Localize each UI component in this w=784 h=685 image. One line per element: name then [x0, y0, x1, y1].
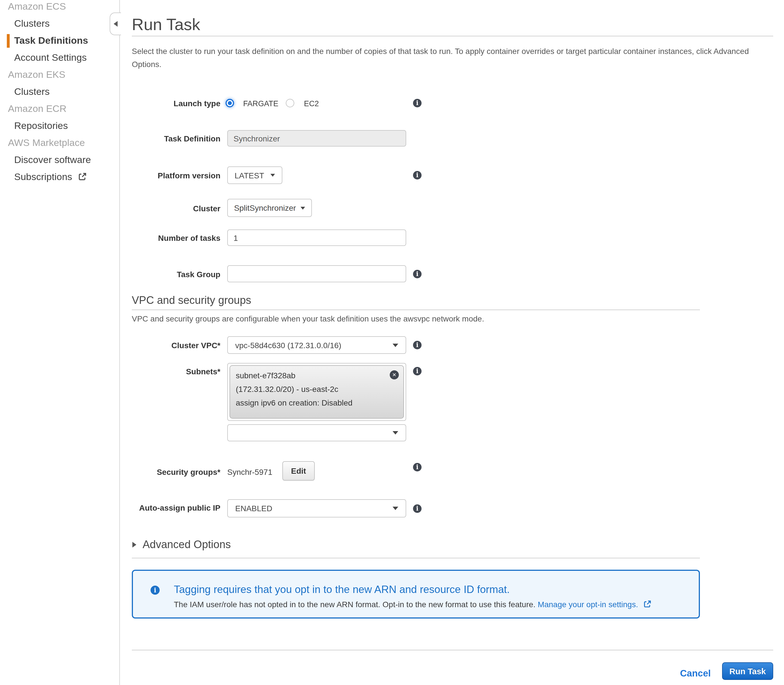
- subnets-label: Subnets*: [132, 367, 221, 376]
- advanced-options-divider: [132, 558, 700, 558]
- task-definition-label: Task Definition: [132, 134, 221, 143]
- task-group-label: Task Group: [132, 270, 221, 279]
- cluster-label: Cluster: [132, 204, 221, 213]
- auto-assign-public-ip-info-icon[interactable]: i: [413, 504, 422, 513]
- edit-security-groups-button[interactable]: Edit: [282, 461, 315, 480]
- subnet-ipv6-note: assign ipv6 on creation: Disabled: [236, 396, 398, 409]
- chevron-down-icon: [270, 174, 275, 177]
- chevron-down-icon: [393, 431, 398, 435]
- alert-body: The IAM user/role has not opted in to th…: [174, 600, 651, 609]
- external-link-icon: [78, 169, 86, 186]
- sidebar-item-discover-software[interactable]: Discover software: [0, 152, 114, 169]
- chevron-down-icon: [300, 206, 305, 209]
- cluster-select[interactable]: SplitSynchronizer: [227, 199, 312, 217]
- security-groups-value: Synchr-5971: [227, 467, 273, 477]
- sidebar-section-amazon-ecr: Amazon ECR: [0, 101, 114, 118]
- fargate-radio-label[interactable]: FARGATE: [243, 99, 278, 108]
- cluster-value: SplitSynchronizer: [234, 203, 296, 213]
- sidebar-item-label: Task Definitions: [14, 35, 88, 46]
- sidebar-item-task-definitions[interactable]: Task Definitions: [0, 32, 114, 49]
- task-group-info-icon[interactable]: i: [413, 270, 422, 278]
- launch-type-label: Launch type: [132, 99, 221, 108]
- subnets-info-icon[interactable]: i: [413, 367, 422, 375]
- sidebar-item-ecs-clusters[interactable]: Clusters: [0, 15, 114, 32]
- chevron-down-icon: [393, 506, 398, 510]
- cluster-vpc-label: Cluster VPC*: [132, 341, 221, 350]
- sidebar-collapse-button[interactable]: [110, 13, 121, 35]
- security-groups-info-icon[interactable]: i: [413, 463, 422, 471]
- cluster-vpc-value: vpc-58d4c630 (172.31.0.0/16): [235, 341, 341, 350]
- advanced-options-label: Advanced Options: [143, 538, 231, 552]
- task-definition-field: Synchronizer: [227, 130, 406, 146]
- cluster-vpc-info-icon[interactable]: i: [413, 341, 422, 349]
- run-task-button[interactable]: Run Task: [722, 662, 773, 680]
- cluster-vpc-select[interactable]: vpc-58d4c630 (172.31.0.0/16): [227, 336, 406, 354]
- sidebar: Amazon ECS Clusters Task Definitions Acc…: [0, 0, 114, 186]
- platform-version-select[interactable]: LATEST: [227, 166, 282, 184]
- auto-assign-public-ip-value: ENABLED: [235, 504, 273, 513]
- platform-version-value: LATEST: [235, 171, 264, 180]
- fargate-radio[interactable]: [226, 99, 234, 107]
- footer-divider: [132, 650, 773, 650]
- sidebar-section-amazon-ecs: Amazon ECS: [0, 0, 114, 15]
- chevron-left-icon: [114, 21, 118, 27]
- advanced-options-toggle[interactable]: Advanced Options: [132, 538, 231, 552]
- selected-subnet-chip: subnet-e7f328ab (172.31.32.0/20) - us-ea…: [229, 365, 404, 419]
- page-title: Run Task: [132, 15, 200, 34]
- alert-body-text: The IAM user/role has not opted in to th…: [174, 600, 536, 609]
- sidebar-item-repositories[interactable]: Repositories: [0, 118, 114, 135]
- auto-assign-public-ip-label: Auto-assign public IP: [132, 502, 221, 514]
- title-divider: [132, 36, 773, 36]
- subnet-id: subnet-e7f328ab: [236, 368, 398, 382]
- active-item-accent-bar: [7, 34, 10, 48]
- page-description: Select the cluster to run your task defi…: [132, 45, 765, 71]
- ec2-radio-label[interactable]: EC2: [304, 99, 319, 108]
- info-icon: i: [151, 586, 160, 595]
- sidebar-divider: [119, 0, 120, 685]
- remove-subnet-icon[interactable]: ✕: [390, 370, 399, 380]
- ec2-radio[interactable]: [286, 99, 294, 107]
- vpc-section-divider: [132, 310, 700, 310]
- cancel-button[interactable]: Cancel: [680, 668, 711, 679]
- launch-type-info-icon[interactable]: i: [413, 99, 422, 107]
- sidebar-section-amazon-eks: Amazon EKS: [0, 67, 114, 83]
- run-task-page: Amazon ECS Clusters Task Definitions Acc…: [0, 0, 784, 685]
- platform-version-info-icon[interactable]: i: [413, 171, 422, 180]
- external-link-icon: [644, 601, 651, 609]
- chevron-down-icon: [393, 343, 398, 347]
- number-of-tasks-input[interactable]: [227, 229, 406, 246]
- number-of-tasks-label: Number of tasks: [132, 234, 221, 242]
- sidebar-item-eks-clusters[interactable]: Clusters: [0, 83, 114, 101]
- manage-optin-settings-link[interactable]: Manage your opt-in settings.: [538, 600, 638, 609]
- platform-version-label: Platform version: [132, 171, 221, 180]
- sidebar-item-account-settings[interactable]: Account Settings: [0, 49, 114, 67]
- sidebar-section-aws-marketplace: AWS Marketplace: [0, 135, 114, 152]
- arn-optin-alert: i Tagging requires that you opt in to th…: [132, 570, 700, 618]
- vpc-section-title: VPC and security groups: [132, 294, 251, 307]
- auto-assign-public-ip-select[interactable]: ENABLED: [227, 499, 406, 518]
- chevron-right-icon: [132, 542, 136, 547]
- task-group-input[interactable]: [227, 265, 406, 282]
- alert-title: Tagging requires that you opt in to the …: [174, 583, 510, 596]
- subnets-multiselect[interactable]: subnet-e7f328ab (172.31.32.0/20) - us-ea…: [227, 363, 406, 421]
- subnet-cidr-az: (172.31.32.0/20) - us-east-2c: [236, 382, 398, 396]
- security-groups-label: Security groups*: [132, 467, 221, 477]
- sidebar-item-label: Subscriptions: [14, 172, 72, 182]
- sidebar-item-subscriptions[interactable]: Subscriptions: [0, 169, 114, 186]
- vpc-section-description: VPC and security groups are configurable…: [132, 314, 484, 323]
- add-subnet-select[interactable]: [227, 424, 406, 442]
